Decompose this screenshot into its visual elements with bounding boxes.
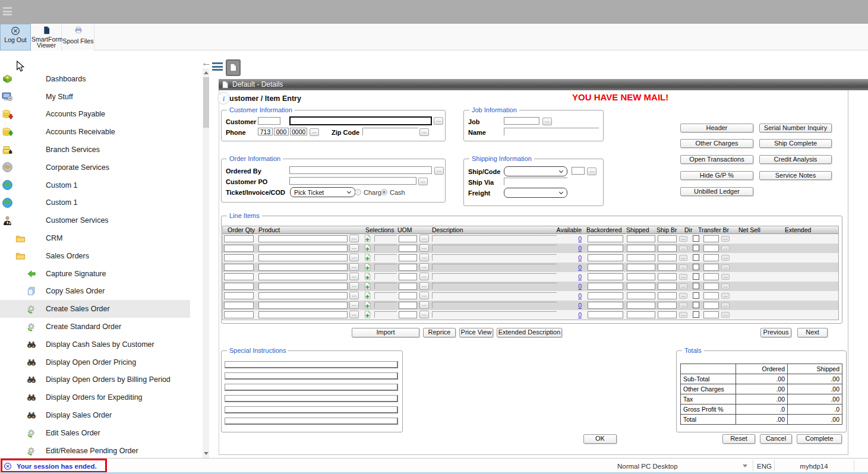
product-lookup-button[interactable]: ... xyxy=(349,254,359,261)
customer-name-input[interactable] xyxy=(289,116,432,125)
ship-br-lookup-button[interactable]: ... xyxy=(679,302,687,308)
ship-br-lookup-button[interactable]: ... xyxy=(679,236,687,242)
order-qty-input[interactable] xyxy=(224,254,254,261)
ship-br-input[interactable] xyxy=(658,283,677,290)
job-input[interactable] xyxy=(504,117,539,125)
hide-gp-button[interactable]: Hide G/P % xyxy=(680,171,753,180)
product-lookup-button[interactable]: ... xyxy=(349,292,359,299)
zip-code-input[interactable] xyxy=(362,128,418,135)
import-button[interactable]: Import xyxy=(352,328,419,337)
ship-br-input[interactable] xyxy=(658,292,677,299)
dir-checkbox[interactable] xyxy=(693,245,699,251)
shipped-input[interactable] xyxy=(627,254,655,261)
order-qty-input[interactable] xyxy=(224,273,254,280)
available-link[interactable]: 0 xyxy=(559,302,582,309)
transfer-br-input[interactable] xyxy=(703,283,719,290)
smartform-viewer-button[interactable]: SmartForm Viewer xyxy=(31,24,62,50)
phone-area-input[interactable] xyxy=(258,128,273,135)
phone-exchange-input[interactable] xyxy=(274,128,289,135)
dir-checkbox[interactable] xyxy=(693,273,699,280)
price-view-button[interactable]: Price View xyxy=(459,328,493,337)
dir-checkbox[interactable] xyxy=(693,283,699,289)
order-qty-input[interactable] xyxy=(224,235,254,242)
dir-checkbox[interactable] xyxy=(693,311,699,318)
transfer-br-input[interactable] xyxy=(703,292,719,299)
sidebar-item-edit-sales-order[interactable]: Edit Sales Order xyxy=(0,424,190,442)
product-input[interactable] xyxy=(258,311,348,318)
transfer-br-lookup-button[interactable]: ... xyxy=(721,236,730,242)
uom-input[interactable] xyxy=(399,311,417,318)
backordered-input[interactable] xyxy=(588,302,623,309)
next-button[interactable]: Next xyxy=(797,328,828,337)
service-notes-button[interactable]: Service Notes xyxy=(759,171,832,180)
order-qty-input[interactable] xyxy=(224,302,254,309)
customer-lookup-button[interactable]: ... xyxy=(434,117,443,125)
backordered-input[interactable] xyxy=(588,311,623,318)
ok-button[interactable]: OK xyxy=(583,434,617,444)
sidebar-item-accounts-receivable[interactable]: Accounts Receivable xyxy=(0,123,190,141)
open-transactions-button[interactable]: Open Transactions xyxy=(680,155,753,164)
product-input[interactable] xyxy=(258,235,348,242)
cancel-button[interactable]: Cancel xyxy=(760,434,792,444)
header-button[interactable]: Header xyxy=(680,124,753,132)
sidebar-item-display-sales-order[interactable]: Display Sales Order xyxy=(0,406,190,424)
add-selection-icon[interactable] xyxy=(364,244,371,252)
order-qty-input[interactable] xyxy=(224,311,254,318)
uom-lookup-button[interactable]: ... xyxy=(419,301,429,309)
uom-lookup-button[interactable]: ... xyxy=(419,254,429,261)
shipped-input[interactable] xyxy=(627,264,655,271)
transfer-br-lookup-button[interactable]: ... xyxy=(721,293,730,299)
ordered-by-input[interactable] xyxy=(289,166,432,174)
uom-input[interactable] xyxy=(399,254,417,261)
uom-lookup-button[interactable]: ... xyxy=(419,263,429,271)
sidebar-item-create-sales-order[interactable]: Create Sales Order xyxy=(0,300,190,318)
sidebar-item-display-orders-expediting[interactable]: Display Orders for Expediting xyxy=(0,388,190,406)
sidebar-item-capture-signature[interactable]: Capture Signature xyxy=(0,265,190,283)
dir-checkbox[interactable] xyxy=(693,292,699,299)
backordered-input[interactable] xyxy=(588,273,623,280)
order-qty-input[interactable] xyxy=(224,292,254,299)
sidebar-item-branch-services[interactable]: Branch Services xyxy=(0,141,190,159)
scroll-down-icon[interactable] xyxy=(204,452,209,455)
phone-number-input[interactable] xyxy=(290,128,307,135)
add-selection-icon[interactable] xyxy=(364,311,371,318)
ship-br-lookup-button[interactable]: ... xyxy=(679,264,687,270)
freight-select[interactable] xyxy=(504,188,567,198)
transfer-br-input[interactable] xyxy=(703,264,719,271)
customer-code-input[interactable] xyxy=(258,117,280,125)
sidebar-item-display-open-order-pricing[interactable]: Display Open Order Pricing xyxy=(0,353,190,371)
available-link[interactable]: 0 xyxy=(559,235,582,242)
order-qty-input[interactable] xyxy=(224,245,254,252)
sidebar-item-dashboards[interactable]: Dashboards xyxy=(0,70,190,88)
uom-lookup-button[interactable]: ... xyxy=(419,244,429,252)
product-lookup-button[interactable]: ... xyxy=(349,301,359,309)
reprice-button[interactable]: Reprice xyxy=(423,328,456,337)
transfer-br-lookup-button[interactable]: ... xyxy=(721,274,730,280)
special-instructions-line-3[interactable] xyxy=(225,384,398,391)
product-lookup-button[interactable]: ... xyxy=(349,244,359,252)
add-selection-icon[interactable] xyxy=(364,273,371,280)
backordered-input[interactable] xyxy=(588,235,623,242)
uom-input[interactable] xyxy=(399,264,417,271)
ship-br-lookup-button[interactable]: ... xyxy=(679,293,687,299)
dir-checkbox[interactable] xyxy=(693,235,699,242)
uom-lookup-button[interactable]: ... xyxy=(419,311,429,318)
sidebar-item-edit-release-pending-order[interactable]: Edit/Release Pending Order xyxy=(0,442,190,458)
product-input[interactable] xyxy=(258,302,348,309)
add-selection-icon[interactable] xyxy=(364,301,371,309)
special-instructions-line-4[interactable] xyxy=(225,395,398,402)
document-view-button[interactable] xyxy=(226,59,241,76)
available-link[interactable]: 0 xyxy=(559,292,582,299)
ship-br-lookup-button[interactable]: ... xyxy=(679,255,687,261)
customer-po-input[interactable] xyxy=(289,177,416,185)
backordered-input[interactable] xyxy=(588,292,623,299)
uom-input[interactable] xyxy=(399,283,417,290)
special-instructions-line-5[interactable] xyxy=(225,406,398,413)
transfer-br-input[interactable] xyxy=(703,245,719,252)
cash-radio[interactable] xyxy=(381,189,387,195)
ship-br-lookup-button[interactable]: ... xyxy=(679,245,687,251)
sidebar-item-create-standard-order[interactable]: Create Standard Order xyxy=(0,318,190,336)
available-link[interactable]: 0 xyxy=(559,273,582,280)
special-instructions-line-1[interactable] xyxy=(225,361,398,368)
available-link[interactable]: 0 xyxy=(559,254,582,261)
